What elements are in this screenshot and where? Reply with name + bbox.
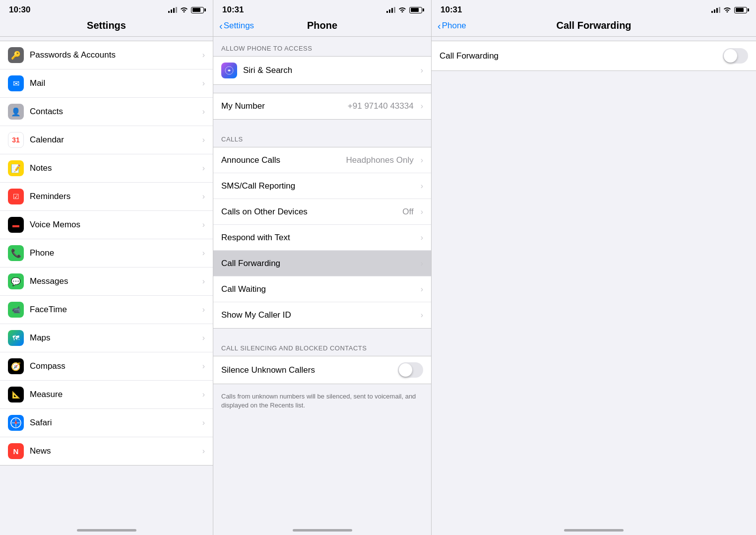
measure-icon: 📐 [8, 387, 24, 402]
toggle-call-forwarding[interactable] [723, 48, 748, 64]
sidebar-item-safari[interactable]: Safari › [0, 409, 213, 437]
status-bar-middle: 10:31 [213, 0, 431, 18]
home-indicator-middle [213, 525, 431, 535]
sidebar-label-calendar: Calendar [30, 135, 200, 145]
news-icon: N [8, 443, 24, 459]
sidebar-label-maps: Maps [30, 333, 200, 343]
toggle-knob [399, 363, 412, 377]
back-label-right: Phone [442, 21, 466, 31]
label-announce-calls: Announce Calls [221, 155, 346, 165]
wifi-icon-right [723, 6, 731, 14]
sidebar-label-notes: Notes [30, 163, 200, 173]
chevron-icon: › [202, 107, 205, 116]
chevron-icon: › [421, 259, 423, 268]
row-sms-call-reporting[interactable]: SMS/Call Reporting › [213, 173, 431, 199]
sidebar-label-phone: Phone [30, 248, 200, 258]
back-button-middle[interactable]: ‹ Settings [219, 21, 254, 31]
home-indicator-left [0, 525, 213, 535]
row-call-forwarding-toggle[interactable]: Call Forwarding [432, 41, 756, 71]
nav-bar-middle: ‹ Settings Phone [213, 18, 431, 37]
label-show-caller-id: Show My Caller ID [221, 310, 419, 320]
label-my-number: My Number [221, 101, 348, 111]
label-call-forwarding: Call Forwarding [221, 259, 419, 268]
chevron-icon: › [202, 79, 205, 88]
chevron-icon: › [202, 305, 205, 314]
sidebar-item-phone[interactable]: 📞 Phone › [0, 239, 213, 268]
notes-icon: 📝 [8, 160, 24, 176]
chevron-icon: › [202, 164, 205, 173]
sidebar-item-maps[interactable]: 🗺 Maps › [0, 324, 213, 352]
chevron-icon: › [202, 249, 205, 258]
toggle-knob-forwarding [724, 49, 737, 63]
sidebar-item-voicememos[interactable]: ▬ Voice Memos › [0, 211, 213, 239]
label-calls-other-devices: Calls on Other Devices [221, 207, 402, 217]
back-button-right[interactable]: ‹ Phone [438, 21, 466, 31]
status-time-right: 10:31 [441, 5, 462, 15]
toggle-silence-unknown[interactable] [398, 362, 423, 378]
chevron-icon: › [421, 182, 423, 191]
label-call-waiting: Call Waiting [221, 284, 419, 294]
section-header-silencing: CALL SILENCING AND BLOCKED CONTACTS [213, 336, 431, 356]
chevron-icon: › [202, 192, 205, 201]
row-calls-other-devices[interactable]: Calls on Other Devices Off › [213, 199, 431, 225]
row-call-forwarding[interactable]: Call Forwarding › [213, 251, 431, 276]
sidebar-item-facetime[interactable]: 📹 FaceTime › [0, 296, 213, 324]
row-show-caller-id[interactable]: Show My Caller ID › [213, 302, 431, 328]
chevron-icon: › [202, 334, 205, 342]
status-icons-right [711, 6, 747, 14]
sidebar-item-compass[interactable]: 🧭 Compass › [0, 352, 213, 381]
maps-icon: 🗺 [8, 330, 24, 346]
row-respond-with-text[interactable]: Respond with Text › [213, 225, 431, 251]
signal-icon-right [711, 7, 720, 13]
label-sms-call-reporting: SMS/Call Reporting [221, 181, 419, 191]
chevron-icon: › [202, 362, 205, 371]
sidebar-item-notes[interactable]: 📝 Notes › [0, 154, 213, 183]
group-siri-search: Siri & Search › [213, 56, 431, 85]
sidebar-label-compass: Compass [30, 361, 200, 371]
row-call-waiting[interactable]: Call Waiting › [213, 276, 431, 302]
middle-panel: 10:31 ‹ Settings Phone ALLOW PHONE TO [213, 0, 432, 535]
row-my-number[interactable]: My Number +91 97140 43334 › [213, 93, 431, 119]
back-chevron-icon-middle: ‹ [219, 21, 223, 31]
call-forwarding-content: Call Forwarding [432, 37, 756, 525]
sidebar-item-measure[interactable]: 📐 Measure › [0, 381, 213, 409]
siri-icon [221, 63, 237, 78]
sidebar-label-news: News [30, 446, 200, 456]
messages-icon: 💬 [8, 273, 24, 289]
page-title-middle: Phone [307, 20, 337, 31]
home-indicator-right [432, 525, 756, 535]
row-siri-search[interactable]: Siri & Search › [213, 57, 431, 84]
nav-bar-right: ‹ Phone Call Forwarding [432, 18, 756, 37]
row-announce-calls[interactable]: Announce Calls Headphones Only › [213, 147, 431, 173]
sidebar-label-facetime: FaceTime [30, 305, 200, 315]
sidebar-label-reminders: Reminders [30, 192, 200, 201]
value-my-number: +91 97140 43334 [348, 101, 414, 111]
chevron-icon: › [421, 233, 423, 242]
sidebar-label-passwords: Passwords & Accounts [30, 50, 200, 60]
sidebar-item-calendar[interactable]: 31 Calendar › [0, 126, 213, 154]
contacts-icon: 👤 [8, 104, 24, 120]
sidebar-item-contacts[interactable]: 👤 Contacts › [0, 98, 213, 126]
sidebar-item-news[interactable]: N News › [0, 437, 213, 465]
mail-icon: ✉ [8, 75, 24, 91]
status-bar-right: 10:31 [432, 0, 756, 18]
compass-icon: 🧭 [8, 358, 24, 374]
nav-bar-left: Settings [0, 18, 213, 37]
sidebar-item-reminders[interactable]: ☑ Reminders › [0, 183, 213, 211]
value-announce-calls: Headphones Only [346, 155, 414, 165]
sidebar-label-messages: Messages [30, 276, 200, 286]
chevron-icon: › [202, 135, 205, 144]
status-bar-left: 10:30 [0, 0, 213, 18]
sidebar-label-mail: Mail [30, 78, 200, 88]
value-calls-other-devices: Off [402, 207, 413, 217]
sidebar-item-mail[interactable]: ✉ Mail › [0, 69, 213, 98]
sidebar-item-messages[interactable]: 💬 Messages › [0, 268, 213, 296]
sidebar-item-passwords[interactable]: 🔑 Passwords & Accounts › [0, 41, 213, 69]
page-title-left: Settings [87, 20, 126, 31]
label-respond-with-text: Respond with Text [221, 233, 419, 243]
row-silence-unknown[interactable]: Silence Unknown Callers [213, 356, 431, 384]
settings-group-apps: 🔑 Passwords & Accounts › ✉ Mail › [0, 41, 213, 466]
reminders-icon: ☑ [8, 189, 24, 204]
right-panel: 10:31 ‹ Phone Call Forwarding Ca [432, 0, 756, 535]
sidebar-label-contacts: Contacts [30, 107, 200, 117]
